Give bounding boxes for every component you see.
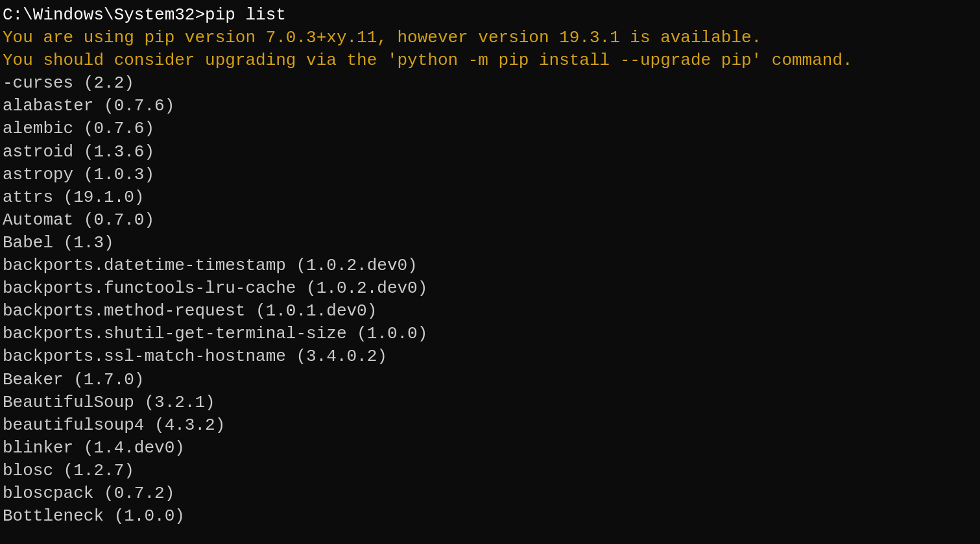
terminal-line: backports.shutil-get-terminal-size (1.0.… (3, 323, 977, 345)
terminal-content: C:\Windows\System32>pip listYou are usin… (3, 4, 977, 528)
terminal-line: Bottleneck (1.0.0) (3, 505, 977, 528)
terminal-line: bloscpack (0.7.2) (3, 482, 977, 505)
terminal-line: astropy (1.0.3) (3, 164, 977, 186)
terminal-line: blosc (1.2.7) (3, 460, 977, 482)
terminal-line: alabaster (0.7.6) (3, 95, 977, 117)
terminal-line: alembic (0.7.6) (3, 117, 977, 140)
terminal-line: -curses (2.2) (3, 72, 977, 95)
terminal-line: backports.functools-lru-cache (1.0.2.dev… (3, 277, 977, 300)
terminal-line: BeautifulSoup (3.2.1) (3, 391, 977, 414)
terminal-line: astroid (1.3.6) (3, 141, 977, 164)
terminal-line: Babel (1.3) (3, 232, 977, 254)
terminal-line: backports.method-request (1.0.1.dev0) (3, 300, 977, 323)
terminal-line: You should consider upgrading via the 'p… (3, 49, 977, 72)
terminal-line: C:\Windows\System32>pip list (3, 4, 977, 27)
terminal-line: backports.ssl-match-hostname (3.4.0.2) (3, 345, 977, 368)
terminal-line: attrs (19.1.0) (3, 186, 977, 209)
terminal-line: beautifulsoup4 (4.3.2) (3, 414, 977, 437)
terminal-line: blinker (1.4.dev0) (3, 437, 977, 460)
terminal-line: backports.datetime-timestamp (1.0.2.dev0… (3, 254, 977, 277)
terminal-line: Automat (0.7.0) (3, 209, 977, 232)
terminal-window: C:\Windows\System32>pip listYou are usin… (0, 0, 980, 544)
terminal-line: Beaker (1.7.0) (3, 369, 977, 391)
terminal-line: You are using pip version 7.0.3+xy.11, h… (3, 27, 977, 49)
